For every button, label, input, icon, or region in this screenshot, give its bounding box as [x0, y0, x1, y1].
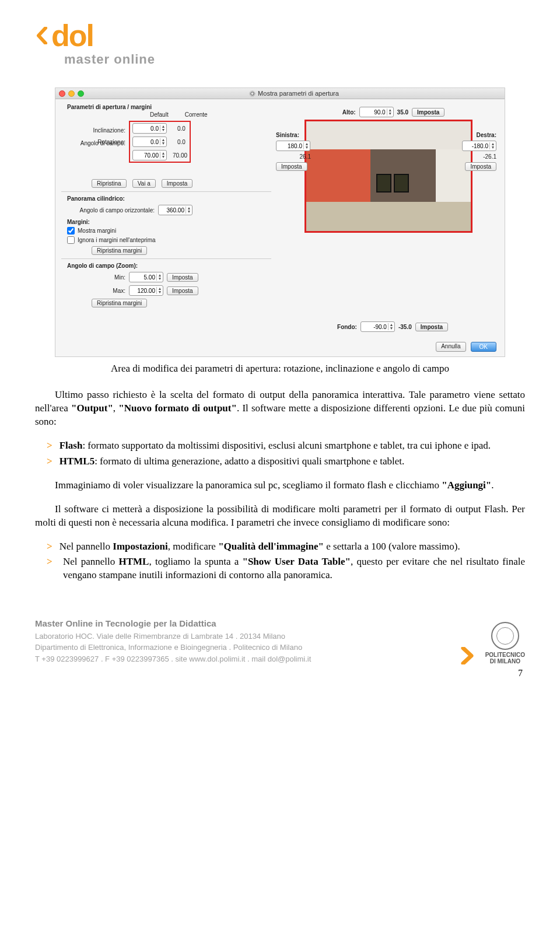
destra-val2: -26.1 [461, 153, 496, 160]
alto-label: Alto: [332, 109, 356, 116]
footer-line2: Dipartimento di Elettronica, Informazion… [35, 642, 311, 653]
fondo-spinner[interactable]: ▲▼ [360, 321, 395, 332]
chevron-left-icon [35, 27, 48, 44]
imposta-button[interactable]: Imposta [162, 179, 193, 188]
angolo-current: 70.00 [173, 152, 187, 159]
group-title-main: Parametri di apertura / margini [67, 104, 271, 110]
bullet-icon: > [47, 456, 60, 467]
zoom-icon[interactable] [78, 90, 84, 97]
zoom-title: Angolo di campo (Zoom): [67, 263, 271, 269]
inclinazione-label: Inclinazione: [61, 127, 125, 134]
fondo-label: Fondo: [329, 324, 357, 330]
polimi-logo: POLITECNICO DI MILANO [485, 622, 525, 664]
destra-label: Destra: [461, 132, 496, 138]
ignora-margini-label: Ignora i margini nell'anteprima [78, 237, 156, 243]
zoom-min-label: Min: [61, 274, 125, 281]
horiz-label: Angolo di campo orizzontale: [61, 207, 155, 214]
fondo-val2: -35.0 [398, 324, 412, 330]
cilindrico-title: Panorama cilindrico: [67, 195, 271, 202]
sinistra-spinner[interactable]: ▲▼ [276, 141, 310, 151]
rotazione-default-spinner[interactable]: ▲▼ [132, 123, 167, 134]
ripristina-margini-button[interactable]: Ripristina margini [92, 246, 147, 255]
sinistra-imposta[interactable]: Imposta [276, 162, 307, 171]
zoom-max-label: Max: [61, 288, 125, 294]
vaia-button[interactable]: Vai a [132, 179, 156, 188]
panorama-preview [304, 120, 473, 233]
col-current: Corrente [185, 111, 208, 118]
figure-caption: Area di modifica dei parametri di apertu… [35, 363, 525, 375]
body-text: Ultimo passo richiesto è la scelta del f… [35, 389, 525, 582]
close-icon[interactable] [59, 90, 65, 97]
destra-imposta[interactable]: Imposta [465, 162, 496, 171]
window-title: Mostra parametri di apertura [258, 90, 339, 97]
angolo-default-spinner[interactable]: ▲▼ [132, 150, 167, 160]
fondo-imposta[interactable]: Imposta [415, 323, 448, 331]
svg-point-0 [251, 92, 254, 95]
gear-icon [249, 90, 256, 97]
footer: Master Online in Tecnologie per la Didat… [35, 617, 525, 664]
zoom-max-imposta[interactable]: Imposta [167, 286, 198, 295]
minimize-icon[interactable] [68, 90, 75, 97]
window-titlebar: Mostra parametri di apertura [55, 88, 505, 99]
inclinazione-default-spinner[interactable]: ▲▼ [132, 137, 167, 147]
screenshot-panel: Mostra parametri di apertura Parametri d… [55, 88, 505, 357]
zoom-max-spinner[interactable]: ▲▼ [129, 285, 163, 296]
footer-title: Master Online in Tecnologie per la Didat… [35, 617, 311, 631]
sinistra-val2: 26.1 [276, 153, 311, 160]
ripristina-button[interactable]: Ripristina [92, 179, 127, 188]
footer-line1: Laboratorio HOC. Viale delle Rimembranze… [35, 631, 311, 642]
ok-button[interactable]: OK [471, 342, 496, 352]
bullet-icon: > [47, 541, 60, 552]
rotazione-current: 0.0 [177, 125, 186, 132]
destra-spinner[interactable]: ▲▼ [462, 141, 496, 151]
annulla-button[interactable]: Annulla [436, 342, 466, 352]
zoom-min-imposta[interactable]: Imposta [167, 273, 198, 282]
alto-spinner[interactable]: ▲▼ [359, 107, 394, 117]
chevron-right-icon [460, 647, 475, 664]
inclinazione-current: 0.0 [177, 139, 186, 145]
col-default: Default [150, 111, 169, 118]
tagline: master online [64, 52, 525, 67]
mostra-margini-label: Mostra margini [78, 228, 116, 234]
angolo-label: Angolo di campo: [61, 140, 125, 146]
margini-label: Margini: [67, 219, 271, 225]
bullet-icon: > [47, 440, 60, 451]
mostra-margini-checkbox[interactable] [67, 227, 75, 235]
header-logo: dol master online [35, 20, 525, 67]
alto-imposta[interactable]: Imposta [412, 108, 444, 117]
zoom-min-spinner[interactable]: ▲▼ [129, 272, 163, 282]
footer-line3: T +39 0223999627 . F +39 0223997365 . si… [35, 653, 311, 665]
alto-val2: 35.0 [397, 109, 408, 116]
brand-text: dol [51, 20, 93, 51]
bullet-icon: > [47, 556, 60, 567]
zoom-ripristina-button[interactable]: Ripristina margini [92, 299, 147, 307]
horiz-spinner[interactable]: ▲▼ [158, 205, 192, 215]
page-number: 7 [35, 668, 525, 678]
sinistra-label: Sinistra: [276, 132, 311, 138]
ignora-margini-checkbox[interactable] [67, 236, 75, 244]
